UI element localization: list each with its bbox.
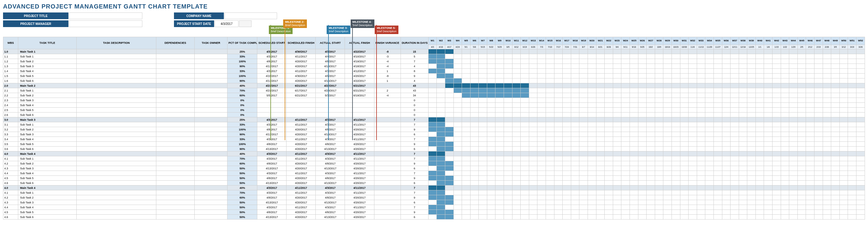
- cell-ss[interactable]: 4/3/2017: [257, 69, 286, 73]
- cell-task[interactable]: Sub Task 1: [18, 88, 76, 93]
- cell-blank[interactable]: [194, 59, 227, 64]
- cell-wbs[interactable]: 4.0: [3, 151, 18, 156]
- cell-dur[interactable]: 6: [401, 181, 428, 185]
- cell-sf[interactable]: 4/20/2017: [286, 200, 316, 205]
- table-row[interactable]: 3.1Sub Task 133%4/3/20174/11/20174/3/201…: [3, 122, 865, 127]
- cell-blank[interactable]: [194, 181, 227, 185]
- cell-as[interactable]: 4/13/2017: [316, 200, 345, 205]
- cell-blank[interactable]: [156, 88, 195, 93]
- cell-fv[interactable]: [374, 215, 401, 219]
- cell-task[interactable]: Sub Task 6: [18, 215, 76, 219]
- cell-ss[interactable]: 4/3/2017: [257, 156, 286, 161]
- cell-pct[interactable]: 0%: [227, 113, 257, 117]
- cell-af[interactable]: 4/11/2017: [345, 171, 374, 176]
- cell-dur[interactable]: 7: [401, 156, 428, 161]
- cell-blank[interactable]: [194, 166, 227, 171]
- cell-task[interactable]: Sub Task 5: [18, 73, 76, 79]
- cell-task[interactable]: Sub Task 4: [18, 205, 76, 210]
- table-row[interactable]: 3.5Sub Task 5100%4/8/20174/20/20174/8/20…: [3, 142, 865, 147]
- cell-blank[interactable]: [156, 200, 195, 205]
- cell-as[interactable]: 4/13/2017: [316, 147, 345, 151]
- cell-af[interactable]: 4/11/2017: [345, 122, 374, 127]
- cell-pct[interactable]: 25%: [227, 49, 257, 54]
- cell-blank[interactable]: [76, 79, 156, 83]
- cell-blank[interactable]: [194, 171, 227, 176]
- cell-af[interactable]: 4/19/2017: [345, 59, 374, 64]
- cell-task[interactable]: Sub Task 1: [18, 122, 76, 127]
- cell-as[interactable]: 4/3/2017: [316, 122, 345, 127]
- cell-blank[interactable]: [156, 113, 195, 117]
- cell-sf[interactable]: 4/20/2017: [286, 142, 316, 147]
- cell-blank[interactable]: [194, 210, 227, 215]
- cell-pct[interactable]: 70%: [227, 88, 257, 93]
- cell-sf[interactable]: 4/20/2017: [286, 64, 316, 69]
- cell-blank[interactable]: [156, 205, 195, 210]
- table-row[interactable]: 4.1Sub Task 170%4/3/20174/11/20174/3/201…: [3, 156, 865, 161]
- cell-task[interactable]: Sub Task 3: [18, 132, 76, 137]
- cell-pct[interactable]: 100%: [227, 59, 257, 64]
- cell-task[interactable]: Sub Task 4: [18, 69, 76, 73]
- cell-blank[interactable]: [76, 88, 156, 93]
- cell-pct[interactable]: 25%: [227, 117, 257, 122]
- cell-fv[interactable]: [374, 103, 401, 107]
- table-row[interactable]: 2.3Sub Task 30%0: [3, 98, 865, 103]
- cell-wbs[interactable]: 2.3: [3, 98, 18, 103]
- cell-as[interactable]: 4/3/2017: [316, 69, 345, 73]
- cell-dur[interactable]: 9: [401, 142, 428, 147]
- cell-af[interactable]: 4/20/2017: [345, 181, 374, 185]
- cell-blank[interactable]: [76, 166, 156, 171]
- cell-af[interactable]: 4/22/2017: [345, 79, 374, 83]
- cell-sf[interactable]: [286, 98, 316, 103]
- cell-pct[interactable]: 0%: [227, 107, 257, 113]
- cell-wbs[interactable]: 3.0: [3, 117, 18, 122]
- cell-dur[interactable]: 0: [401, 113, 428, 117]
- cell-blank[interactable]: [76, 181, 156, 185]
- cell-af[interactable]: [345, 113, 374, 117]
- cell-wbs[interactable]: 4.3: [3, 166, 18, 171]
- cell-sf[interactable]: 4/20/2017: [286, 210, 316, 215]
- cell-ss[interactable]: 4/13/2017: [257, 200, 286, 205]
- cell-as[interactable]: 4/3/2017: [316, 171, 345, 176]
- cell-blank[interactable]: [194, 200, 227, 205]
- cell-as[interactable]: 4/16/2017: [316, 79, 345, 83]
- cell-blank[interactable]: [194, 117, 227, 122]
- cell-wbs[interactable]: 1.5: [3, 73, 18, 79]
- cell-fv[interactable]: -4: [374, 93, 401, 98]
- cell-blank[interactable]: [76, 156, 156, 161]
- table-row[interactable]: 4.5Sub Task 550%4/8/20174/20/20174/8/201…: [3, 176, 865, 181]
- cell-af[interactable]: 4/12/2017: [345, 69, 374, 73]
- cell-blank[interactable]: [156, 127, 195, 132]
- cell-fv[interactable]: [374, 166, 401, 171]
- cell-blank[interactable]: [194, 98, 227, 103]
- cell-task[interactable]: Sub Task 2: [18, 93, 76, 98]
- cell-as[interactable]: 4/13/2017: [316, 166, 345, 171]
- cell-pct[interactable]: 70%: [227, 190, 257, 195]
- cell-blank[interactable]: [156, 151, 195, 156]
- cell-ss[interactable]: 4/13/2017: [257, 181, 286, 185]
- cell-wbs[interactable]: 1.1: [3, 54, 18, 59]
- cell-blank[interactable]: [76, 117, 156, 122]
- cell-fv[interactable]: [374, 107, 401, 113]
- cell-fv[interactable]: [374, 127, 401, 132]
- cell-sf[interactable]: 4/30/2017: [286, 73, 316, 79]
- cell-ss[interactable]: 4/3/2017: [257, 171, 286, 176]
- cell-blank[interactable]: [194, 137, 227, 142]
- cell-wbs[interactable]: 1.3: [3, 64, 18, 69]
- cell-blank[interactable]: [156, 79, 195, 83]
- cell-af[interactable]: 4/20/2017: [345, 127, 374, 132]
- cell-as[interactable]: 4/8/2017: [316, 142, 345, 147]
- cell-pct[interactable]: 40%: [227, 83, 257, 88]
- cell-dur[interactable]: 34: [401, 93, 428, 98]
- cell-task[interactable]: Sub Task 4: [18, 171, 76, 176]
- cell-blank[interactable]: [194, 132, 227, 137]
- cell-blank[interactable]: [194, 113, 227, 117]
- cell-ss[interactable]: 5/5/2017: [257, 93, 286, 98]
- cell-blank[interactable]: [194, 79, 227, 83]
- cell-blank[interactable]: [156, 73, 195, 79]
- table-row[interactable]: 4.2Sub Task 260%4/8/20174/20/20174/8/201…: [3, 161, 865, 166]
- cell-task[interactable]: Sub Task 4: [18, 137, 76, 142]
- cell-pct[interactable]: 70%: [227, 156, 257, 161]
- cell-af[interactable]: 4/20/2017: [345, 161, 374, 166]
- table-row[interactable]: 4.6Sub Task 650%4/13/20174/20/20174/13/2…: [3, 215, 865, 219]
- cell-as[interactable]: 4/8/2017: [316, 127, 345, 132]
